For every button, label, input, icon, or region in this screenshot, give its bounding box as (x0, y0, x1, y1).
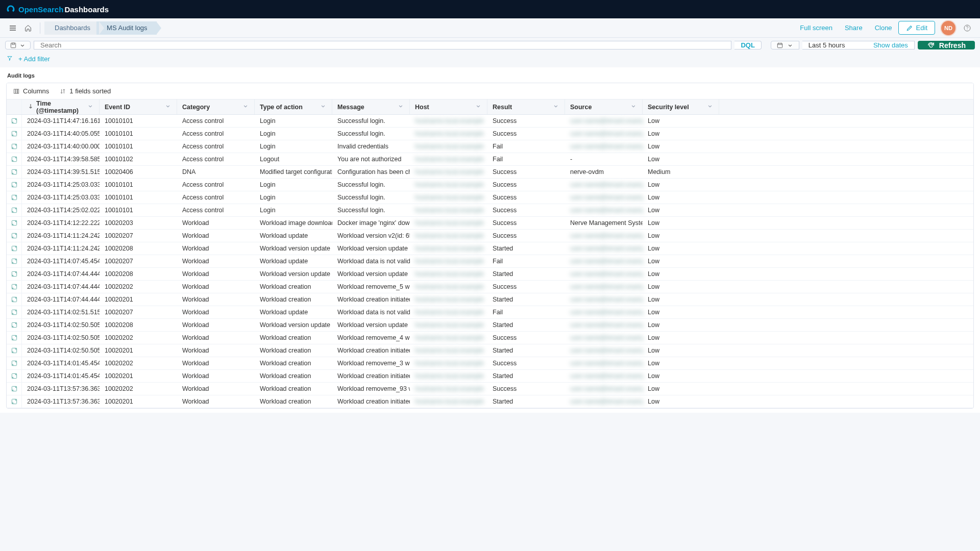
expand-row-button[interactable] (7, 242, 22, 255)
table-row[interactable]: 2024-03-11T14:01:45.4545+01…10020201Work… (7, 370, 973, 383)
help-button[interactable] (960, 20, 975, 36)
expand-row-button[interactable] (7, 319, 22, 331)
table-row[interactable]: 2024-03-11T14:47:16.1616+01…10010101Acce… (7, 115, 973, 128)
cell-message: Workload version update initi… (332, 268, 410, 280)
avatar[interactable]: ND (941, 21, 955, 35)
col-action[interactable]: Type of action (255, 99, 332, 114)
dql-toggle[interactable]: DQL (734, 41, 761, 49)
col-security[interactable]: Security level (643, 99, 719, 114)
table-row[interactable]: 2024-03-11T14:40:00.000+01:0010010101Acc… (7, 140, 973, 153)
cell-source: user.name@tenant.example (565, 255, 643, 267)
filter-options-icon[interactable] (6, 55, 13, 63)
breadcrumb-dashboards[interactable]: Dashboards (44, 21, 100, 35)
expand-row-button[interactable] (7, 370, 22, 382)
cell-source: user.name@tenant.example (565, 357, 643, 369)
columns-control[interactable]: Columns (13, 87, 49, 95)
col-menu-icon[interactable] (242, 103, 249, 111)
expand-row-button[interactable] (7, 166, 22, 178)
col-message[interactable]: Message (332, 99, 410, 114)
edit-button[interactable]: Edit (898, 21, 935, 35)
search-input[interactable] (34, 41, 731, 49)
table-row[interactable]: 2024-03-11T14:25:03.033+01:0010010101Acc… (7, 179, 973, 191)
refresh-button[interactable]: Refresh (918, 41, 975, 49)
cell-action: Login (255, 191, 332, 204)
saved-queries-button[interactable] (5, 41, 31, 49)
table-row[interactable]: 2024-03-11T14:11:24.2424+01…10020207Work… (7, 230, 973, 242)
home-button[interactable] (20, 20, 36, 36)
table-row[interactable]: 2024-03-11T13:57:36.3636+01…10020201Work… (7, 395, 973, 408)
expand-row-button[interactable] (7, 293, 22, 306)
col-menu-icon[interactable] (706, 103, 714, 111)
expand-row-button[interactable] (7, 153, 22, 165)
cell-action: Workload image download (255, 217, 332, 229)
expand-row-button[interactable] (7, 344, 22, 357)
breadcrumb-current[interactable]: MS Audit logs (96, 21, 157, 35)
table-row[interactable]: 2024-03-11T14:11:24.2424+01…10020208Work… (7, 242, 973, 255)
add-filter-button[interactable]: + Add filter (18, 55, 50, 63)
col-menu-icon[interactable] (475, 103, 482, 111)
table-row[interactable]: 2024-03-11T14:25:02.022+01:0010010101Acc… (7, 204, 973, 217)
expand-row-button[interactable] (7, 357, 22, 369)
clone-button[interactable]: Clone (875, 24, 892, 32)
col-menu-icon[interactable] (320, 103, 327, 111)
expand-row-button[interactable] (7, 128, 22, 140)
table-row[interactable]: 2024-03-11T14:07:45.4545+01…10020207Work… (7, 255, 973, 268)
col-menu-icon[interactable] (164, 103, 172, 111)
cell-result: Success (487, 332, 565, 344)
col-source[interactable]: Source (565, 99, 643, 114)
expand-row-button[interactable] (7, 255, 22, 267)
table-row[interactable]: 2024-03-11T13:57:36.3636+01…10020202Work… (7, 383, 973, 395)
cell-security: Low (643, 357, 719, 369)
table-row[interactable]: 2024-03-11T14:07:44.4444+01…10020201Work… (7, 293, 973, 306)
expand-row-button[interactable] (7, 179, 22, 191)
disk-icon (10, 42, 17, 49)
col-category[interactable]: Category (177, 99, 255, 114)
expand-row-button[interactable] (7, 191, 22, 204)
table-row[interactable]: 2024-03-11T14:02:50.5050+01…10020201Work… (7, 344, 973, 357)
table-row[interactable]: 2024-03-11T14:12:22.2222+01…10020203Work… (7, 217, 973, 230)
expand-row-button[interactable] (7, 204, 22, 216)
expand-row-button[interactable] (7, 332, 22, 344)
expand-row-button[interactable] (7, 395, 22, 408)
sort-control[interactable]: 1 fields sorted (59, 87, 111, 95)
date-quick-select[interactable] (771, 41, 799, 49)
col-menu-icon[interactable] (630, 103, 637, 111)
app-toolbar: Dashboards MS Audit logs Full screen Sha… (0, 18, 980, 38)
table-row[interactable]: 2024-03-11T14:07:44.4444+01…10020208Work… (7, 268, 973, 281)
expand-row-button[interactable] (7, 140, 22, 153)
table-row[interactable]: 2024-03-11T14:25:03.033+01:0010010101Acc… (7, 191, 973, 204)
expand-row-button[interactable] (7, 383, 22, 395)
col-event[interactable]: Event ID (100, 99, 177, 114)
table-row[interactable]: 2024-03-11T14:39:58.5858+01…10010102Acce… (7, 153, 973, 166)
cell-message: Successful login. (332, 128, 410, 140)
col-result[interactable]: Result (487, 99, 565, 114)
expand-row-button[interactable] (7, 281, 22, 293)
expand-row-button[interactable] (7, 217, 22, 229)
expand-row-button[interactable] (7, 268, 22, 280)
col-time[interactable]: Time (@timestamp) (22, 99, 100, 114)
time-range-display[interactable]: Last 5 hours Show dates (802, 41, 915, 49)
show-dates-link[interactable]: Show dates (873, 41, 908, 49)
fullscreen-button[interactable]: Full screen (800, 24, 832, 32)
cell-time: 2024-03-11T14:02:50.5050+01… (22, 332, 100, 344)
expand-header (7, 99, 22, 114)
expand-row-button[interactable] (7, 306, 22, 318)
expand-row-button[interactable] (7, 115, 22, 127)
cell-category: Access control (177, 204, 255, 216)
col-menu-icon[interactable] (87, 103, 94, 111)
cell-host: hostname.local.example (410, 268, 487, 280)
cell-category: Access control (177, 179, 255, 191)
table-row[interactable]: 2024-03-11T14:39:51.5151+01…10020406DNAM… (7, 166, 973, 179)
table-row[interactable]: 2024-03-11T14:02:50.5050+01…10020202Work… (7, 332, 973, 344)
expand-row-button[interactable] (7, 230, 22, 242)
table-row[interactable]: 2024-03-11T14:02:51.5151+01…10020207Work… (7, 306, 973, 319)
col-menu-icon[interactable] (397, 103, 404, 111)
col-host[interactable]: Host (410, 99, 487, 114)
menu-toggle-button[interactable] (5, 20, 20, 36)
table-row[interactable]: 2024-03-11T14:40:05.055+01:0010010101Acc… (7, 128, 973, 140)
table-row[interactable]: 2024-03-11T14:07:44.4444+01…10020202Work… (7, 281, 973, 293)
share-button[interactable]: Share (845, 24, 863, 32)
table-row[interactable]: 2024-03-11T14:01:45.4545+01…10020202Work… (7, 357, 973, 370)
col-menu-icon[interactable] (552, 103, 559, 111)
table-row[interactable]: 2024-03-11T14:02:50.5050+01…10020208Work… (7, 319, 973, 332)
